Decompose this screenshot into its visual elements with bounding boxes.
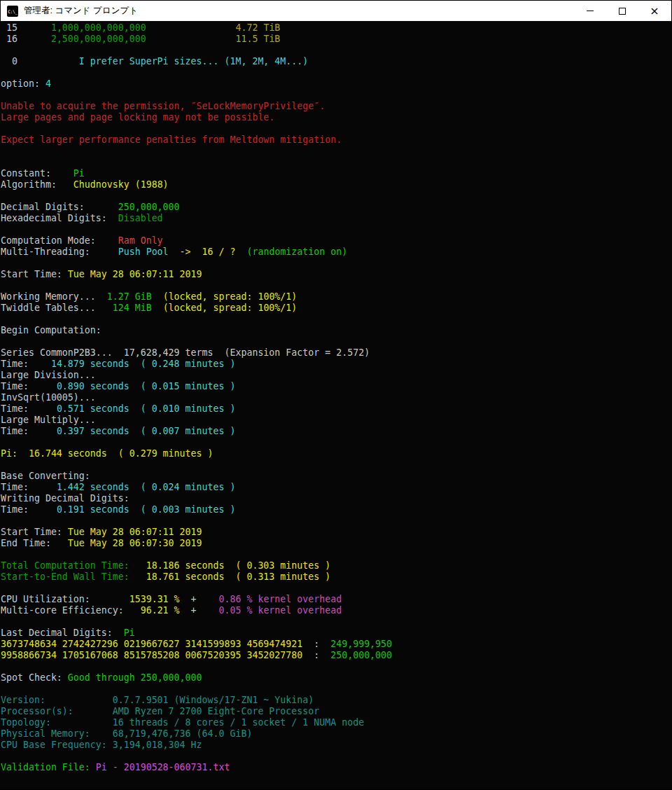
console-line: Total Computation Time: 18.186 seconds (… [1, 560, 672, 571]
console-line: Large Multiply... [1, 415, 672, 426]
text-segment [169, 247, 180, 257]
text-segment: 11.5 TiB [235, 34, 280, 44]
text-segment: Pi: 16.744 seconds ( 0.279 minutes ) [1, 448, 214, 459]
text-segment: option: [1, 78, 46, 89]
console-line [1, 123, 672, 134]
text-segment: Writing Decimal Digits: [1, 493, 130, 504]
console-line: CPU Base Frequency: 3,194,018,304 Hz [1, 740, 672, 751]
console-line [1, 459, 672, 471]
text-segment: Computation Mode: [1, 235, 118, 246]
text-segment: 0 [1, 56, 79, 67]
window-title: 管理者: コマンド プロンプト [24, 5, 138, 17]
console-line: Computation Mode: Ram Only [1, 235, 672, 247]
text-segment: 1.27 GiB [107, 291, 152, 302]
console-line [1, 258, 672, 269]
console-line: Pi: 16.744 seconds ( 0.279 minutes ) [1, 448, 672, 459]
text-segment [191, 247, 202, 257]
text-segment: Start Time: [1, 269, 68, 279]
text-segment: Begin Computation: [1, 325, 102, 335]
text-segment: Good through 250,000,000 [68, 672, 202, 683]
text-segment: Large Multiply... [1, 415, 96, 425]
text-segment [235, 247, 246, 257]
text-segment: + [180, 594, 219, 604]
console-line: 3673748634 2742427296 0219667627 3141599… [1, 639, 672, 650]
titlebar[interactable]: C:\_ 管理者: コマンド プロンプト × [0, 0, 672, 21]
console-line: Time: 0.397 seconds ( 0.007 minutes ) [1, 426, 672, 437]
console-line [1, 90, 672, 101]
console-line: Start-to-End Wall Time: 18.761 seconds (… [1, 571, 672, 583]
text-segment: Unable to acquire the permission, ″SeLoc… [1, 101, 325, 111]
console-line [1, 751, 672, 762]
text-segment: 0.397 seconds ( 0.007 minutes ) [57, 426, 236, 436]
console-line: End Time: Tue May 28 06:07:30 2019 [1, 538, 672, 549]
console-line [1, 190, 672, 202]
console-line [1, 773, 672, 784]
text-segment [146, 34, 236, 44]
text-segment: Tue May 28 06:07:30 2019 [68, 538, 202, 548]
text-segment: 250,000,000 [330, 650, 392, 660]
text-segment: Twiddle Tables... [1, 303, 113, 313]
console-line: Begin Computation: [1, 325, 672, 336]
cmd-icon[interactable]: C:\_ [7, 6, 18, 17]
text-segment: Start Time: [1, 527, 68, 537]
console-line [1, 314, 672, 325]
text-segment: Time: [1, 426, 57, 436]
text-segment [152, 303, 163, 313]
console-line: Working Memory... 1.27 GiB (locked, spre… [1, 291, 672, 303]
text-segment: : [302, 639, 330, 649]
text-segment: CPU Base Frequency: 3,194,018,304 Hz [1, 740, 202, 750]
text-segment: Push Pool [118, 247, 169, 257]
text-segment: + [180, 605, 219, 616]
text-segment: 0.05 % kernel overhead [218, 605, 342, 616]
console-line [1, 583, 672, 594]
console-line: Hexadecimal Digits: Disabled [1, 213, 672, 224]
text-segment: Chudnovsky (1988) [74, 179, 169, 190]
text-segment: (locked, spread: 100%/1) [163, 303, 298, 313]
console-line [1, 157, 672, 168]
console-line: Large pages and page locking may not be … [1, 112, 672, 123]
minimize-button[interactable] [574, 1, 606, 21]
console-line: option: 4 [1, 78, 672, 90]
console-line: Start Time: Tue May 28 06:07:11 2019 [1, 527, 672, 538]
text-segment: 16 [1, 34, 51, 44]
text-segment: 2,500,000,000,000 [51, 34, 146, 44]
console-line: Version: 0.7.7.9501 (Windows/17-ZN1 ~ Yu… [1, 695, 672, 706]
text-segment: End Time: [1, 538, 68, 548]
text-segment: CPU Utilization: [1, 594, 130, 604]
console-line: 9958866734 1705167068 8515785208 0067520… [1, 650, 672, 661]
console-line [1, 45, 672, 56]
text-segment: Time: [1, 482, 57, 492]
text-segment: Tue May 28 06:07:11 2019 [68, 527, 202, 537]
console-line [1, 616, 672, 628]
maximize-button[interactable] [606, 1, 638, 21]
text-segment: Time: [1, 403, 57, 414]
console-line [1, 146, 672, 157]
text-segment: Pi - 20190528-060731.txt [96, 762, 230, 772]
text-segment: Topology: 16 threads / 8 cores / 1 socke… [1, 717, 364, 728]
console-line: 16 2,500,000,000,000 11.5 TiB [1, 34, 672, 45]
close-button[interactable]: × [638, 1, 671, 21]
console-line [1, 661, 672, 672]
text-segment: 9958866734 1705167068 8515785208 0067520… [1, 650, 302, 660]
console-line: InvSqrt(10005)... [1, 392, 672, 403]
text-segment: (randomization on) [246, 247, 347, 257]
console-line: Time: 0.191 seconds ( 0.003 minutes ) [1, 504, 672, 515]
console-line: Decimal Digits: 250,000,000 [1, 202, 672, 213]
console-output[interactable]: 15 1,000,000,000,000 4.72 TiB 16 2,500,0… [0, 21, 672, 789]
console-line: Spot Check: Good through 250,000,000 [1, 672, 672, 684]
console-line: Time: 0.571 seconds ( 0.010 minutes ) [1, 403, 672, 415]
console-line: 0 I prefer SuperPi sizes... (1M, 2M, 4M.… [1, 56, 672, 67]
text-segment: 1.442 seconds ( 0.024 minutes ) [57, 482, 236, 492]
text-segment: 96.21 % [141, 605, 180, 616]
console-line: 15 1,000,000,000,000 4.72 TiB [1, 22, 672, 34]
text-segment: 1539.31 % [130, 594, 180, 604]
text-segment: 14.879 seconds ( 0.248 minutes ) [51, 359, 236, 369]
text-segment: 0.86 % kernel overhead [219, 594, 342, 604]
text-segment: Multi-core Efficiency: [1, 605, 141, 616]
text-segment: Constant: [1, 168, 74, 179]
text-segment: Version: 0.7.7.9501 (Windows/17-ZN1 ~ Yu… [1, 695, 314, 705]
maximize-icon [619, 8, 626, 15]
text-segment [146, 22, 236, 33]
text-segment: Expect larger performance penalties from… [1, 134, 342, 145]
text-segment: 16 / ? [202, 247, 236, 257]
